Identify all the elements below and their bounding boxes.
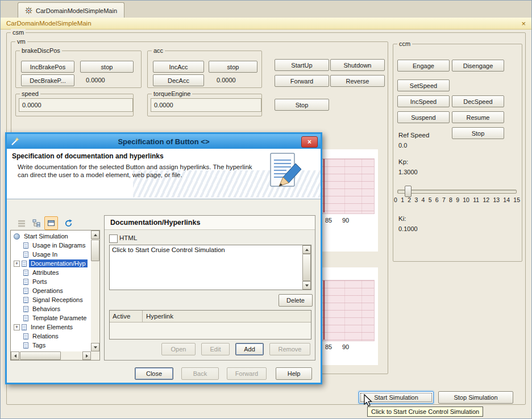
back-button: Back [181, 367, 219, 380]
tree-item-attributes[interactable]: Attributes [11, 268, 91, 277]
textarea-scrollbar[interactable] [302, 245, 311, 290]
expand-icon[interactable]: + [14, 324, 20, 330]
remove-button: Remove [269, 343, 310, 355]
tree-item-label: Start Simulation [22, 232, 70, 240]
documentation-textarea[interactable]: Click to Start Cruise Control Simulation [109, 245, 311, 290]
chart-series-line [323, 280, 325, 340]
refresh-button[interactable] [61, 216, 75, 230]
tick-label: 0 [394, 196, 397, 203]
tree-item-signal-receptions[interactable]: Signal Receptions [11, 295, 91, 304]
scroll-up-button[interactable] [91, 231, 99, 239]
engage-button[interactable]: Engage [397, 60, 450, 72]
tree-item-label: Operations [31, 287, 65, 295]
specification-tree: Start Simulation Usage in Diagrams Usage… [10, 230, 100, 361]
vm-stop-button[interactable]: Stop [275, 99, 329, 111]
page-icon [23, 297, 28, 303]
decbrakepos-button[interactable]: DecBrakeP... [21, 74, 74, 86]
tick-label: 8 [449, 196, 452, 203]
tree-item-behaviors[interactable]: Behaviors [11, 304, 91, 313]
scroll-down-button[interactable] [91, 343, 99, 351]
kp-slider-thumb[interactable] [405, 186, 412, 197]
vm-group-label: vm [15, 38, 27, 45]
scroll-down-button[interactable] [302, 281, 311, 290]
tree-item-usage-in[interactable]: Usage In [11, 250, 91, 259]
tree-item-usage-in-diagrams[interactable]: Usage in Diagrams [11, 241, 91, 250]
tree-item-start-simulation[interactable]: Start Simulation [11, 232, 91, 241]
header-separator [7, 199, 321, 199]
page-icon [23, 333, 28, 340]
tree-item-inner-elements[interactable]: + Inner Elements [11, 322, 91, 332]
expand-icon[interactable]: + [14, 261, 20, 267]
tree-item-relations[interactable]: Relations [11, 332, 91, 341]
expert-view-button[interactable] [44, 216, 58, 230]
add-button[interactable]: Add [235, 343, 264, 355]
tree-view-button[interactable] [30, 216, 43, 230]
documentation-text: Click to Start Cruise Control Simulation [112, 246, 301, 253]
delete-button[interactable]: Delete [279, 294, 313, 307]
scrollbar-thumb[interactable] [20, 351, 61, 360]
resume-button[interactable]: Resume [452, 111, 504, 123]
forward-button[interactable]: Forward [275, 75, 329, 87]
scrollbar-thumb[interactable] [91, 240, 99, 261]
suspend-button[interactable]: Suspend [397, 111, 450, 123]
tab-cardomainmodelsimplemain[interactable]: CarDomainModelSimpleMain [18, 2, 124, 18]
kp-slider-tick-labels: 0 1 2 3 4 5 6 7 8 9 10 11 12 13 14 15 [394, 196, 520, 203]
tree-item-label: Ports [31, 278, 49, 286]
speed-group-label: speed [20, 90, 40, 98]
header-title: Specification of documentation and hyper… [12, 152, 164, 160]
tree-item-label: Documentation/Hyp [29, 259, 88, 267]
scrollbar-thumb[interactable] [302, 254, 311, 281]
page-icon [23, 279, 28, 285]
incspeed-button[interactable]: IncSpeed [397, 95, 450, 107]
open-button: Open [161, 343, 196, 355]
tick-label: 14 [503, 196, 510, 203]
tree-item-operations[interactable]: Operations [11, 286, 91, 295]
tree-viewport: Start Simulation Usage in Diagrams Usage… [11, 231, 91, 351]
shutdown-button[interactable]: Shutdown [330, 59, 385, 71]
chart-series-line [323, 159, 325, 212]
tick-label: 11 [473, 196, 479, 203]
kp-slider-track[interactable] [397, 190, 517, 194]
forward-button-dialog: Forward [227, 367, 267, 380]
setspeed-button[interactable]: SetSpeed [397, 79, 450, 91]
tree-vertical-scrollbar[interactable] [91, 231, 99, 351]
page-icon [22, 324, 27, 330]
properties-view-button[interactable] [15, 216, 28, 230]
incacc-button[interactable]: IncAcc [153, 61, 204, 73]
reverse-button[interactable]: Reverse [330, 75, 385, 87]
tick-label: 4 [422, 196, 425, 203]
ccm-stop-button[interactable]: Stop [452, 127, 504, 139]
up-arrow-icon [94, 234, 97, 236]
disengage-button[interactable]: Disengage [452, 60, 504, 72]
tree-horizontal-scrollbar[interactable] [11, 351, 91, 360]
html-checkbox[interactable] [109, 234, 118, 243]
tree-item-template-parameters[interactable]: Template Paramete [11, 313, 91, 322]
tree-item-ports[interactable]: Ports [11, 277, 91, 286]
scroll-left-button[interactable] [11, 351, 19, 360]
scroll-up-button[interactable] [302, 245, 311, 254]
startup-button[interactable]: StartUp [275, 59, 329, 71]
scroll-right-button[interactable] [82, 351, 91, 360]
tree-item-tags[interactable]: Tags [11, 341, 91, 350]
decspeed-button[interactable]: DecSpeed [452, 95, 504, 107]
dialog-close-button[interactable]: × [301, 136, 318, 148]
tree-item-documentation-hyperlinks[interactable]: + Documentation/Hyp [11, 259, 91, 268]
kp-value: 1.3000 [398, 169, 418, 175]
edit-button: Edit [201, 343, 230, 355]
left-arrow-icon [14, 354, 16, 358]
stop-simulation-button[interactable]: Stop Simulation [438, 391, 513, 404]
document-close-button[interactable]: × [521, 20, 526, 27]
tree-item-label: Behaviors [31, 305, 62, 313]
dialog-wand-icon [11, 137, 20, 146]
incbrakepos-button[interactable]: IncBrakePos [21, 61, 74, 73]
decacc-button[interactable]: DecAcc [153, 74, 204, 86]
help-button[interactable]: Help [276, 367, 312, 380]
tree-item-label: Inner Elements [29, 323, 74, 331]
panel-title: Documentation/Hyperlinks [105, 216, 315, 230]
x-axis-tick: 85 [325, 343, 332, 350]
dialog-titlebar: Specification of Button <> × [7, 134, 321, 149]
close-button[interactable]: Close [135, 367, 173, 380]
acc-stop-button[interactable]: stop [209, 61, 257, 73]
brake-stop-button[interactable]: stop [80, 61, 134, 73]
tick-label: 15 [513, 196, 520, 203]
